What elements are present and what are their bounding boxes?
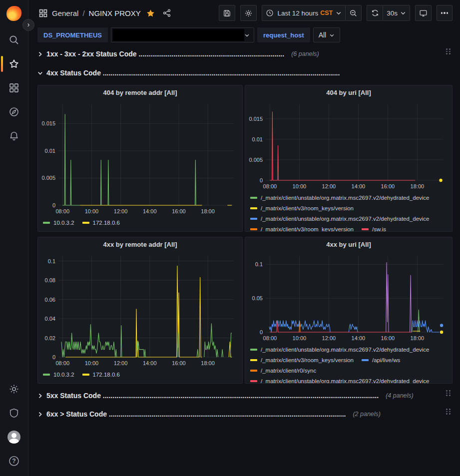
refresh-button[interactable] — [367, 5, 383, 21]
breadcrumb-dashboard-title[interactable]: NGINX PROXY — [89, 9, 141, 17]
legend-item[interactable]: /_matrix/client/v3/room_keys/version — [250, 205, 354, 211]
chevron-down-icon — [244, 32, 250, 38]
sidebar-item-profile[interactable] — [0, 425, 28, 449]
legend-series-label[interactable]: 172.18.0.6 — [93, 220, 120, 226]
legend-series-label[interactable]: /_matrix/client/unstable/org.matrix.msc2… — [261, 195, 430, 201]
legend-item[interactable]: /_matrix/client/unstable/org.matrix.msc2… — [250, 216, 430, 222]
legend-item[interactable]: /api/live/ws — [362, 357, 400, 363]
svg-text:16:00: 16:00 — [172, 360, 186, 366]
legend-series-label[interactable]: /_matrix/client/unstable/org.matrix.msc2… — [261, 378, 430, 384]
search-icon — [8, 34, 19, 45]
dashboards-grid-icon — [8, 82, 19, 93]
row-header-5xx[interactable]: 5xx Status Code ........................… — [37, 389, 453, 403]
row-header-1xx-3xx-2xx[interactable]: 1xx - 3xx - 2xx Status Code ............… — [37, 47, 453, 61]
svg-text:16:00: 16:00 — [381, 183, 395, 189]
request-host-variable-select[interactable]: All — [313, 27, 341, 42]
time-series-chart[interactable]: 00.050.108:0010:0012:0014:0016:0018:00 — [245, 251, 452, 343]
active-indicator — [1, 56, 3, 72]
legend-series-label[interactable]: /api/live/ws — [372, 357, 400, 363]
panel-title[interactable]: 4xx by uri [All] — [245, 237, 452, 251]
chevron-right-icon — [37, 412, 43, 417]
legend-series-swatch — [250, 370, 257, 372]
row-drag-handle[interactable] — [446, 48, 451, 54]
legend-series-label[interactable]: /_matrix/client/unstable/org.matrix.msc2… — [261, 216, 430, 222]
legend-series-label[interactable]: /_matrix/client/unstable/org.matrix.msc2… — [261, 347, 430, 353]
sidebar-item-configuration[interactable] — [0, 377, 28, 401]
chevron-right-icon — [37, 51, 43, 57]
svg-text:14:00: 14:00 — [143, 208, 157, 214]
legend-item[interactable]: /_matrix/client/unstable/org.matrix.msc2… — [250, 378, 430, 384]
legend-item[interactable]: /_matrix/client/v3/room_keys/version — [250, 226, 354, 232]
panel-title[interactable]: 4xx by remote addr [All] — [38, 237, 242, 251]
panel-title[interactable]: 404 by uri [All] — [245, 85, 452, 99]
legend-item[interactable]: /_matrix/client/r0/sync — [250, 368, 316, 374]
breadcrumb-section[interactable]: General — [52, 9, 78, 17]
refresh-interval-picker[interactable]: 30s — [383, 5, 410, 21]
sidebar-item-server-admin[interactable] — [0, 401, 28, 425]
grafana-logo[interactable] — [6, 6, 21, 21]
sidebar-item-explore[interactable] — [0, 100, 28, 124]
breadcrumb: General / NGINX PROXY — [38, 8, 171, 18]
svg-text:0.1: 0.1 — [48, 258, 55, 264]
favorite-star-icon[interactable] — [146, 8, 155, 18]
legend-item[interactable]: /_matrix/client/unstable/org.matrix.msc2… — [250, 195, 430, 201]
sidebar-item-dashboards[interactable] — [0, 76, 28, 100]
legend-series-label[interactable]: /_matrix/client/v3/room_keys/version — [261, 357, 354, 363]
save-dashboard-button[interactable] — [219, 5, 235, 21]
legend-series-label[interactable]: /_matrix/client/v3/room_keys/version — [261, 226, 354, 232]
legend-item[interactable]: /_matrix/client/unstable/org.matrix.msc2… — [250, 347, 430, 353]
share-icon[interactable] — [162, 8, 171, 17]
sidebar-item-alerting[interactable] — [0, 124, 28, 148]
svg-text:0.005: 0.005 — [249, 157, 263, 163]
svg-text:12:00: 12:00 — [114, 208, 128, 214]
timezone-label: CST — [320, 9, 333, 16]
time-series-chart[interactable]: 00.0050.010.01508:0010:0012:0014:0016:00… — [38, 99, 242, 216]
svg-text:14:00: 14:00 — [352, 183, 366, 189]
sidebar-item-help[interactable]: ? — [0, 449, 28, 473]
legend-item[interactable]: 10.0.3.2 — [43, 372, 74, 378]
row-header-4xx[interactable]: 4xx Status Code ........................… — [37, 66, 453, 80]
row-drag-handle[interactable] — [446, 390, 451, 396]
time-range-picker[interactable]: Last 12 hours CST — [262, 5, 345, 21]
svg-text:08:00: 08:00 — [263, 183, 277, 189]
legend-series-label[interactable]: 10.0.3.2 — [53, 220, 74, 226]
datasource-variable-select[interactable] — [111, 27, 254, 42]
legend-series-swatch — [362, 359, 369, 361]
legend-item[interactable]: 172.18.0.6 — [82, 372, 120, 378]
chevron-down-icon — [329, 32, 335, 38]
left-sidebar: ? — [0, 0, 28, 476]
legend-series-label[interactable]: 172.18.0.6 — [93, 372, 120, 378]
row-header-6xx[interactable]: 6xx > Status Code ......................… — [37, 407, 453, 421]
time-series-chart[interactable]: 00.020.040.060.080.108:0010:0012:0014:00… — [38, 251, 242, 368]
sidebar-expand-button[interactable]: › — [22, 19, 34, 31]
svg-text:0: 0 — [260, 329, 263, 335]
row-drag-handle[interactable] — [446, 409, 451, 415]
more-options-kebab-menu[interactable] — [437, 5, 453, 21]
legend-series-label[interactable]: /sw.js — [372, 226, 386, 232]
svg-text:10:00: 10:00 — [293, 183, 307, 189]
zoom-out-time-button[interactable] — [345, 5, 362, 21]
dashboard-settings-button[interactable] — [240, 5, 257, 21]
legend-item[interactable]: /_matrix/client/v3/room_keys/version — [250, 357, 354, 363]
row-panel-count: (2 panels) — [353, 411, 381, 418]
legend-item[interactable]: 172.18.0.6 — [82, 220, 120, 226]
gear-icon — [8, 384, 19, 395]
legend-item[interactable]: /sw.js — [362, 226, 386, 232]
legend-item[interactable]: 10.0.3.2 — [43, 220, 74, 226]
panel-title[interactable]: 404 by remote addr [All] — [38, 85, 242, 99]
sidebar-item-starred[interactable] — [0, 52, 28, 76]
chevron-down-icon — [336, 10, 342, 16]
apps-grid-icon — [38, 8, 48, 18]
legend-series-label[interactable]: /_matrix/client/r0/sync — [261, 368, 316, 374]
zoom-out-icon — [349, 9, 358, 17]
legend-series-swatch — [250, 349, 257, 351]
bell-icon — [8, 130, 19, 141]
time-series-chart[interactable]: 00.0050.010.01508:0010:0012:0014:0016:00… — [245, 99, 452, 191]
svg-text:0.015: 0.015 — [41, 120, 55, 126]
sidebar-item-search[interactable] — [0, 28, 28, 52]
svg-text:0: 0 — [260, 177, 263, 183]
panel-legend: 10.0.3.2172.18.0.6 — [38, 368, 242, 383]
legend-series-label[interactable]: /_matrix/client/v3/room_keys/version — [261, 205, 354, 211]
legend-series-label[interactable]: 10.0.3.2 — [53, 372, 74, 378]
cycle-view-mode-button[interactable] — [415, 5, 432, 21]
